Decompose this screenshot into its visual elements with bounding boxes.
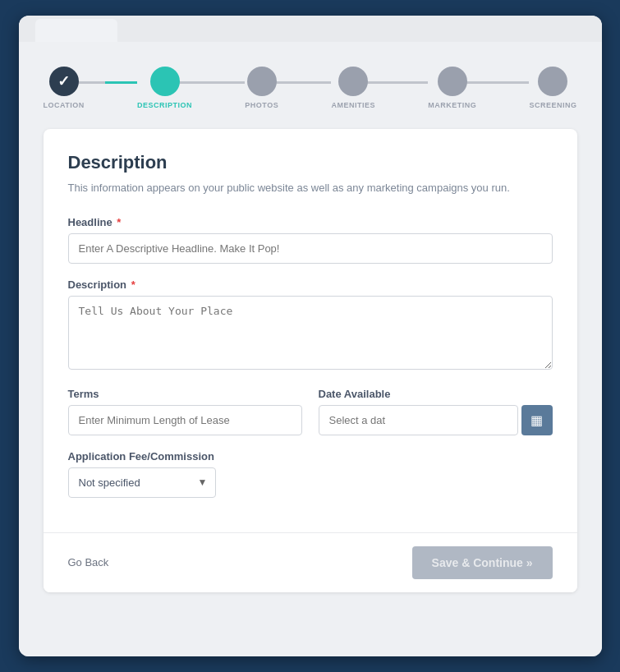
step-label-description: Description [137, 101, 192, 109]
step-circle-screening[interactable] [538, 67, 567, 96]
calendar-button[interactable]: ▦ [521, 405, 553, 435]
step-description: Description [137, 67, 192, 109]
application-fee-wrapper: Not specified No Fee $50 $100 $150 $200 … [68, 467, 216, 498]
save-continue-button[interactable]: Save & Continue » [412, 546, 553, 579]
step-circle-amenities[interactable] [338, 67, 368, 96]
headline-required: * [114, 216, 122, 228]
application-fee-select[interactable]: Not specified No Fee $50 $100 $150 $200 [68, 467, 216, 498]
step-circle-location[interactable]: ✓ [49, 67, 79, 96]
terms-group: Terms [68, 388, 302, 435]
date-input[interactable] [319, 405, 518, 435]
step-screening: Screening [529, 67, 576, 109]
calendar-icon: ▦ [530, 412, 543, 428]
step-circle-marketing[interactable] [438, 67, 467, 96]
headline-group: Headline * [68, 216, 553, 264]
description-label: Description * [68, 278, 553, 291]
tab-bar [19, 16, 602, 42]
card-body: Description This information appears on … [44, 129, 577, 532]
terms-label: Terms [68, 388, 302, 400]
application-fee-label: Application Fee/Commission [68, 450, 553, 463]
description-group: Description * [68, 278, 553, 373]
application-fee-group: Application Fee/Commission Not specified… [68, 450, 553, 498]
step-label-location: Location [44, 101, 85, 109]
date-available-label: Date Available [319, 388, 553, 400]
step-label-screening: Screening [529, 101, 576, 109]
step-photos: Photos [245, 67, 278, 109]
date-wrapper: ▦ [319, 405, 553, 435]
go-back-button[interactable]: Go Back [68, 553, 109, 572]
description-card: Description This information appears on … [44, 129, 577, 592]
stepper: ✓ Location Description Photos Amenities [44, 58, 577, 109]
check-icon: ✓ [57, 72, 70, 90]
step-circle-photos[interactable] [247, 67, 277, 96]
date-available-group: Date Available ▦ [319, 388, 553, 435]
card-footer: Go Back Save & Continue » [44, 532, 577, 592]
headline-label: Headline * [68, 216, 553, 228]
browser-tab [35, 19, 117, 42]
description-textarea[interactable] [68, 296, 553, 370]
card-subtitle: This information appears on your public … [68, 180, 553, 196]
step-circle-description[interactable] [150, 67, 180, 96]
step-label-marketing: Marketing [428, 101, 476, 109]
description-required: * [128, 278, 135, 291]
step-marketing: Marketing [428, 67, 476, 109]
step-label-photos: Photos [245, 101, 278, 109]
page-title: Description [68, 152, 553, 173]
terms-date-row: Terms Date Available ▦ [68, 388, 553, 435]
terms-input[interactable] [68, 405, 302, 435]
app-window: ✓ Location Description Photos Amenities [19, 16, 602, 656]
step-location: ✓ Location [44, 67, 85, 109]
content-area: ✓ Location Description Photos Amenities [19, 42, 602, 656]
headline-input[interactable] [68, 233, 553, 264]
step-label-amenities: Amenities [331, 101, 375, 109]
step-amenities: Amenities [331, 67, 375, 109]
